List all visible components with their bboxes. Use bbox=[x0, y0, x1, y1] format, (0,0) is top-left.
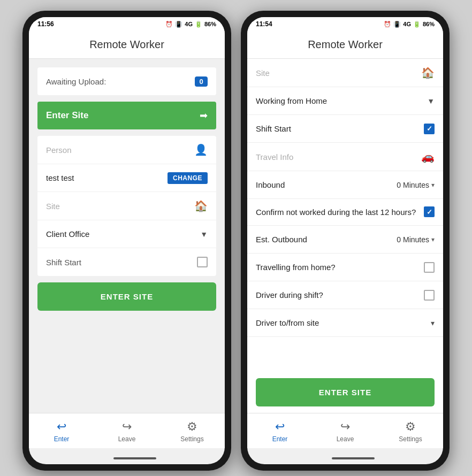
driver-to-from-site-label: Driver to/from site bbox=[256, 318, 431, 327]
vibrate-icon-2: 📳 bbox=[393, 21, 401, 28]
enter-site-bottom-button[interactable]: ENTER SITE bbox=[37, 282, 216, 311]
person-value: test test bbox=[46, 173, 168, 182]
driver-during-shift-row[interactable]: Driver during shift? bbox=[247, 281, 443, 309]
app-title-2: Remote Worker bbox=[308, 39, 383, 50]
spacer bbox=[247, 337, 443, 372]
shift-start-checkbox-2[interactable] bbox=[424, 124, 435, 134]
shift-start-label-2: Shift Start bbox=[256, 124, 424, 133]
back-icon-2[interactable]: ‹ bbox=[247, 452, 250, 462]
confirm-12-hours-row[interactable]: Confirm not worked during the last 12 ho… bbox=[247, 199, 443, 226]
enter-site-bottom-button-2[interactable]: ENTER SITE bbox=[256, 378, 435, 406]
person-value-row[interactable]: test test CHANGE bbox=[37, 164, 216, 192]
battery-2: 86% bbox=[423, 21, 435, 27]
confirm-12-hours-checkbox[interactable] bbox=[424, 206, 435, 217]
driver-to-from-site-row[interactable]: Driver to/from site ▾ bbox=[247, 309, 443, 337]
status-bar-2: 11:54 ⏰ 📳 4G 🔋 86% bbox=[247, 17, 443, 31]
leave-label-2: Leave bbox=[337, 435, 354, 443]
est-outbound-label: Est. Outbound bbox=[256, 235, 397, 244]
shift-start-label-1: Shift Start bbox=[46, 258, 197, 267]
travel-info-label: Travel Info bbox=[256, 152, 421, 162]
home-indicator-1[interactable] bbox=[113, 457, 156, 459]
nav-settings-1[interactable]: ⚙ Settings bbox=[159, 418, 225, 445]
car-icon: 🚗 bbox=[421, 150, 435, 163]
shift-start-checkbox-1[interactable] bbox=[197, 257, 208, 267]
driver-during-shift-label: Driver during shift? bbox=[256, 290, 424, 300]
leave-label-1: Leave bbox=[118, 435, 136, 443]
battery-icon: 🔋 bbox=[195, 21, 202, 28]
app-header-2: Remote Worker bbox=[247, 31, 443, 59]
outbound-value: 0 Minutes bbox=[397, 235, 429, 244]
leave-icon-2: ↪ bbox=[340, 420, 350, 434]
awaiting-upload-card: Awaiting Upload: 0 bbox=[37, 67, 216, 95]
working-from-home-row[interactable]: Working from Home ▼ bbox=[247, 87, 443, 115]
confirm-12-hours-label: Confirm not worked during the last 12 ho… bbox=[256, 206, 420, 218]
site-placeholder-2: Site bbox=[256, 68, 421, 78]
shift-start-row-1[interactable]: Shift Start bbox=[37, 248, 216, 276]
working-from-home-label: Working from Home bbox=[256, 96, 427, 105]
est-outbound-row[interactable]: Est. Outbound 0 Minutes ▾ bbox=[247, 226, 443, 254]
inbound-row[interactable]: Inbound 0 Minutes ▾ bbox=[247, 171, 443, 199]
app-title-1: Remote Worker bbox=[89, 39, 164, 50]
nav-enter-1[interactable]: ↩ Enter bbox=[29, 418, 94, 445]
outbound-minutes-control[interactable]: 0 Minutes ▾ bbox=[397, 235, 435, 244]
shift-start-row-2[interactable]: Shift Start bbox=[247, 115, 443, 143]
app-header-1: Remote Worker bbox=[29, 31, 225, 59]
alarm-icon-2: ⏰ bbox=[384, 21, 391, 28]
person-label: Person bbox=[46, 145, 194, 155]
form-card-1: Person 👤 test test CHANGE Site 🏠 Client … bbox=[37, 136, 216, 276]
enter-site-arrow-icon: ➡ bbox=[200, 110, 208, 121]
settings-label-1: Settings bbox=[180, 435, 203, 443]
settings-label-2: Settings bbox=[399, 435, 422, 443]
inbound-value: 0 Minutes bbox=[397, 181, 429, 189]
outbound-dropdown-arrow: ▾ bbox=[431, 236, 435, 243]
enter-icon-2: ↩ bbox=[275, 420, 285, 434]
signal-4g-icon-2: 4G bbox=[403, 21, 411, 27]
nav-enter-2[interactable]: ↩ Enter bbox=[247, 418, 313, 445]
status-bar-1: 11:56 ⏰ 📳 4G 🔋 86% bbox=[29, 17, 225, 31]
home-icon-1: 🏠 bbox=[194, 199, 208, 212]
leave-icon-1: ↪ bbox=[122, 420, 132, 434]
driver-dropdown-arrow: ▾ bbox=[431, 319, 435, 327]
travelling-from-home-row[interactable]: Travelling from home? bbox=[247, 254, 443, 281]
time-2: 11:54 bbox=[256, 20, 272, 28]
nav-leave-2[interactable]: ↪ Leave bbox=[313, 418, 378, 445]
site-row-2[interactable]: Site 🏠 bbox=[247, 59, 443, 87]
bottom-nav-2: ↩ Enter ↪ Leave ⚙ Settings bbox=[247, 413, 443, 448]
enter-site-header-label: Enter Site bbox=[46, 110, 88, 121]
battery-icon-2: 🔋 bbox=[413, 21, 421, 28]
alarm-icon: ⏰ bbox=[165, 21, 173, 28]
site-label-1: Site bbox=[46, 202, 194, 211]
bottom-nav-1: ↩ Enter ↪ Leave ⚙ Settings bbox=[29, 413, 225, 448]
app-content-1: Awaiting Upload: 0 Enter Site ➡ Person 👤 bbox=[29, 59, 225, 413]
back-icon-1[interactable]: ‹ bbox=[29, 452, 32, 462]
enter-site-bottom-label: ENTER SITE bbox=[101, 292, 153, 301]
home-indicator-2[interactable] bbox=[332, 457, 375, 459]
signal-4g-icon: 4G bbox=[185, 21, 193, 27]
nav-leave-1[interactable]: ↪ Leave bbox=[94, 418, 159, 445]
enter-site-btn-container-2: ENTER SITE bbox=[247, 372, 443, 413]
phone-1: 11:56 ⏰ 📳 4G 🔋 86% Remote Worker Awaitin… bbox=[22, 11, 231, 471]
enter-site-green-card[interactable]: Enter Site ➡ bbox=[37, 102, 216, 129]
change-button[interactable]: CHANGE bbox=[168, 172, 208, 184]
inbound-label: Inbound bbox=[256, 180, 397, 189]
travelling-from-home-checkbox[interactable] bbox=[424, 262, 435, 273]
dropdown-arrow-1: ▼ bbox=[200, 230, 208, 239]
travelling-from-home-label: Travelling from home? bbox=[256, 263, 424, 272]
time-1: 11:56 bbox=[37, 20, 54, 28]
settings-icon-1: ⚙ bbox=[187, 420, 197, 434]
site-value-row[interactable]: Client Office ▼ bbox=[37, 220, 216, 248]
inbound-minutes-control[interactable]: 0 Minutes ▾ bbox=[397, 181, 435, 189]
phone-2: 11:54 ⏰ 📳 4G 🔋 86% Remote Worker Site 🏠 bbox=[241, 11, 450, 471]
person-row: Person 👤 bbox=[37, 136, 216, 164]
awaiting-upload-count: 0 bbox=[195, 76, 208, 87]
enter-label-2: Enter bbox=[272, 435, 288, 443]
home-icon-2: 🏠 bbox=[421, 66, 435, 79]
right-content: Site 🏠 Working from Home ▼ Shift Start T… bbox=[247, 59, 443, 413]
enter-label-1: Enter bbox=[54, 435, 70, 443]
nav-settings-2[interactable]: ⚙ Settings bbox=[378, 418, 443, 445]
site-row-1: Site 🏠 bbox=[37, 192, 216, 220]
driver-during-shift-checkbox[interactable] bbox=[424, 290, 435, 301]
settings-icon-2: ⚙ bbox=[405, 420, 416, 434]
inbound-dropdown-arrow: ▾ bbox=[431, 181, 435, 189]
travel-info-row: Travel Info 🚗 bbox=[247, 143, 443, 171]
